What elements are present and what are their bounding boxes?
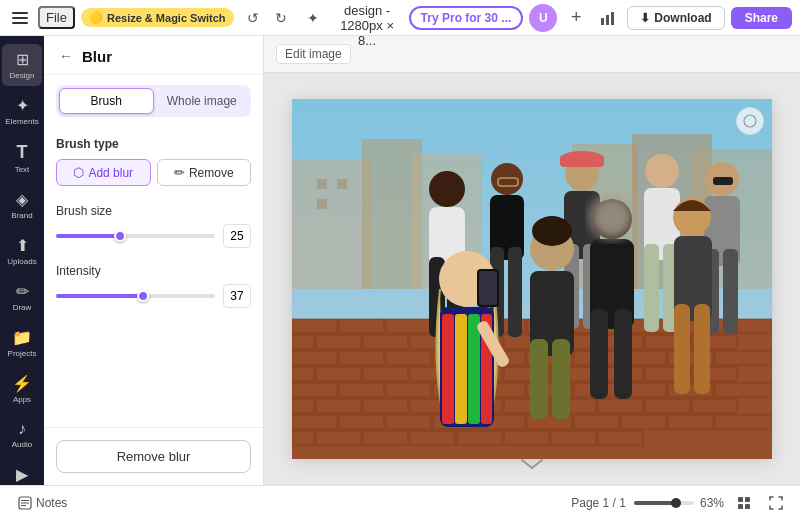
- elements-icon: ✦: [16, 96, 29, 115]
- file-button[interactable]: File: [38, 6, 75, 29]
- topbar-right: Try Pro for 30 ... U + ⬇ Download Share: [409, 4, 792, 32]
- sidebar-item-projects[interactable]: 📁 Projects: [2, 322, 42, 364]
- sidebar-item-apps[interactable]: ⚡ Apps: [2, 368, 42, 410]
- svg-rect-146: [745, 497, 750, 502]
- brush-size-row: 25: [56, 224, 251, 248]
- scroll-indicator: [520, 458, 544, 470]
- document-title: Untitled design - 1280px × 8...: [332, 0, 403, 48]
- svg-rect-1: [606, 15, 609, 25]
- back-button[interactable]: ←: [56, 46, 76, 66]
- download-icon: ⬇: [640, 11, 650, 25]
- bottombar: Notes Page 1 / 1 63%: [0, 485, 800, 519]
- intensity-row: 37: [56, 284, 251, 308]
- fullscreen-button[interactable]: [764, 491, 788, 515]
- brush-size-fill: [56, 234, 120, 238]
- notes-label: Notes: [36, 496, 67, 510]
- download-button[interactable]: ⬇ Download: [627, 6, 724, 30]
- sidebar-label-projects: Projects: [8, 349, 37, 358]
- panel-footer: Remove blur: [44, 427, 263, 485]
- notes-icon: [18, 496, 32, 510]
- topbar: File 🟡 Resize & Magic Switch ↺ ↻ ✦ Untit…: [0, 0, 800, 36]
- design-icon: ⊞: [16, 50, 29, 69]
- apps-icon: ⚡: [12, 374, 32, 393]
- blur-panel: ← Blur Brush Whole image Brush type ⬡ Ad…: [44, 36, 264, 485]
- tab-whole-image[interactable]: Whole image: [156, 88, 249, 114]
- history-buttons: ↺ ↻: [240, 5, 294, 31]
- sidebar-item-draw[interactable]: ✏ Draw: [2, 276, 42, 318]
- sidebar-item-design[interactable]: ⊞ Design: [2, 44, 42, 86]
- sidebar-label-text: Text: [15, 165, 30, 174]
- brush-size-value: 25: [223, 224, 251, 248]
- sidebar-label-design: Design: [10, 71, 35, 80]
- magic-button[interactable]: ✦: [300, 5, 326, 31]
- remove-brush-button[interactable]: ✏ Remove: [157, 159, 252, 186]
- main-layout: ⊞ Design ✦ Elements T Text ◈ Brand ⬆ Upl…: [0, 36, 800, 485]
- videos-icon: ▶: [16, 465, 28, 484]
- uploads-icon: ⬆: [16, 236, 29, 255]
- svg-point-140: [744, 115, 756, 127]
- redo-button[interactable]: ↻: [268, 5, 294, 31]
- svg-rect-0: [601, 18, 604, 25]
- download-label: Download: [654, 11, 711, 25]
- zoom-value: 63%: [700, 496, 724, 510]
- sidebar-label-audio: Audio: [12, 440, 32, 449]
- svg-rect-147: [738, 504, 743, 509]
- canvas-wrapper[interactable]: [264, 73, 800, 485]
- brush-size-label: Brush size: [56, 204, 251, 218]
- panel-tabs: Brush Whole image: [56, 85, 251, 117]
- menu-icon[interactable]: [8, 6, 32, 30]
- zoom-slider[interactable]: [634, 501, 694, 505]
- brush-size-section: Brush size 25: [44, 196, 263, 256]
- resize-magic-switch-button[interactable]: 🟡 Resize & Magic Switch: [81, 8, 234, 27]
- zoom-slider-fill: [634, 501, 676, 505]
- remove-icon: ✏: [174, 165, 185, 180]
- svg-rect-148: [745, 504, 750, 509]
- remove-blur-button[interactable]: Remove blur: [56, 440, 251, 473]
- tab-brush[interactable]: Brush: [59, 88, 154, 114]
- resize-label: Resize & Magic Switch: [107, 12, 226, 24]
- notes-button[interactable]: Notes: [12, 493, 73, 513]
- sidebar-item-brand[interactable]: ◈ Brand: [2, 184, 42, 226]
- add-button[interactable]: +: [563, 5, 589, 31]
- intensity-thumb[interactable]: [137, 290, 149, 302]
- sidebar-item-audio[interactable]: ♪ Audio: [2, 414, 42, 455]
- intensity-slider[interactable]: [56, 294, 215, 298]
- grid-view-button[interactable]: [732, 491, 756, 515]
- add-blur-button[interactable]: ⬡ Add blur: [56, 159, 151, 186]
- text-icon: T: [17, 142, 28, 163]
- intensity-fill: [56, 294, 143, 298]
- sidebar-label-draw: Draw: [13, 303, 32, 312]
- sidebar-label-uploads: Uploads: [7, 257, 36, 266]
- photo-svg: [292, 99, 772, 459]
- brush-type-section: Brush type ⬡ Add blur ✏ Remove: [44, 127, 263, 196]
- brand-icon: ◈: [16, 190, 28, 209]
- brush-size-slider[interactable]: [56, 234, 215, 238]
- avatar[interactable]: U: [529, 4, 557, 32]
- share-button[interactable]: Share: [731, 7, 792, 29]
- analytics-button[interactable]: [595, 5, 621, 31]
- zoom-controls: 63%: [634, 496, 724, 510]
- try-pro-button[interactable]: Try Pro for 30 ...: [409, 6, 524, 30]
- canvas-image: [292, 99, 772, 459]
- brush-size-thumb[interactable]: [114, 230, 126, 242]
- zoom-slider-thumb[interactable]: [671, 498, 681, 508]
- sidebar-item-elements[interactable]: ✦ Elements: [2, 90, 42, 132]
- projects-icon: 📁: [12, 328, 32, 347]
- svg-rect-139: [292, 99, 772, 459]
- sidebar: ⊞ Design ✦ Elements T Text ◈ Brand ⬆ Upl…: [0, 36, 44, 485]
- svg-rect-2: [611, 12, 614, 25]
- sidebar-label-apps: Apps: [13, 395, 31, 404]
- canvas-expand-button[interactable]: [736, 107, 764, 135]
- topbar-left: File 🟡 Resize & Magic Switch ↺ ↻ ✦: [8, 5, 326, 31]
- sidebar-item-uploads[interactable]: ⬆ Uploads: [2, 230, 42, 272]
- panel-header: ← Blur: [44, 36, 263, 75]
- undo-button[interactable]: ↺: [240, 5, 266, 31]
- sidebar-label-elements: Elements: [5, 117, 38, 126]
- brush-type-row: ⬡ Add blur ✏ Remove: [56, 159, 251, 186]
- intensity-label: Intensity: [56, 264, 251, 278]
- draw-icon: ✏: [16, 282, 29, 301]
- intensity-section: Intensity 37: [44, 256, 263, 316]
- canvas-area: Edit image: [264, 36, 800, 485]
- sidebar-item-text[interactable]: T Text: [2, 136, 42, 180]
- sidebar-item-videos[interactable]: ▶ Videos: [2, 459, 42, 485]
